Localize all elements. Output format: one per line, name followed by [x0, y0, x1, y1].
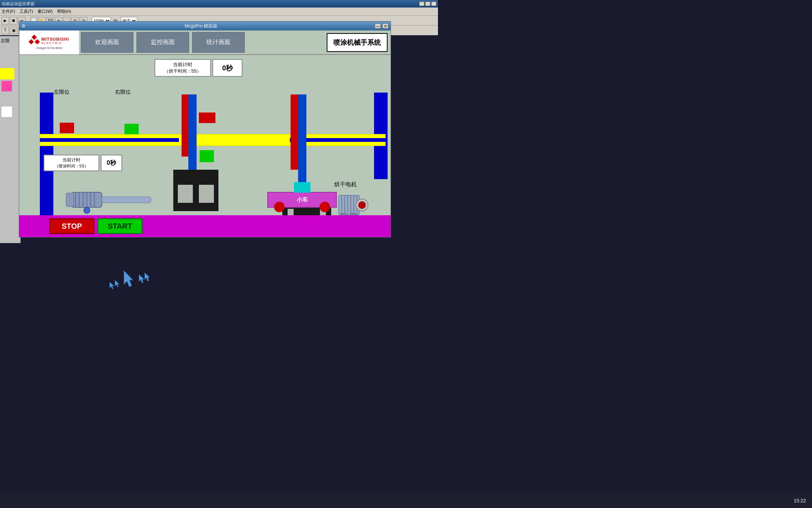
sidebar-pink [2, 81, 12, 91]
main-application-window: 动画运动监控界面 — □ ✕ 文件(F) 工具(T) 窗口(W) 帮助(H) ▶… [0, 0, 438, 248]
outer-window-title: 动画运动监控界面 [2, 1, 35, 7]
mcgspro-icon: ⚙ [21, 23, 26, 29]
cursor-arrows-svg [109, 260, 154, 290]
taskbar: 15:22 [0, 493, 812, 508]
start-button[interactable]: START [97, 218, 142, 234]
nav-btn-stats[interactable]: 统计画面 [192, 32, 245, 53]
sidebar-white [2, 106, 12, 117]
svg-rect-3 [178, 203, 214, 211]
bottom-bar: STOP START [19, 215, 391, 237]
logo-top-section: MITSUBISHI ELECTRIC [29, 35, 69, 46]
mcgspro-controls: — ✕ [375, 23, 388, 29]
svg-point-17 [84, 207, 90, 213]
nav-btn-monitor[interactable]: 监控画面 [136, 32, 189, 53]
svg-rect-16 [66, 193, 74, 207]
taskbar-time: 15:22 [794, 498, 806, 503]
navigation-bar: MITSUBISHI ELECTRIC Changes for the Bett… [19, 30, 391, 55]
mcgspro-close-btn[interactable]: ✕ [382, 23, 388, 29]
left-sidebar: 左限 [0, 36, 21, 243]
timer-bottom-label-box: 当前计时 （喷涂时间：5S） [44, 155, 99, 171]
menu-file[interactable]: 文件(F) [2, 9, 15, 14]
sidebar-zuo-label: 左限 [0, 36, 20, 46]
timer-top-line1: 当前计时 [160, 61, 206, 68]
cart-wheel-right [320, 202, 330, 212]
spray-blue-bar-left [188, 94, 197, 181]
menu-tools[interactable]: 工具(T) [20, 9, 33, 14]
timer-bottom-line1: 当前计时 [48, 157, 95, 163]
spray-head-left-svg [173, 170, 218, 211]
svg-marker-33 [145, 273, 150, 281]
menu-help[interactable]: 帮助(H) [57, 9, 71, 14]
mcgspro-window: ⚙ McgsPro 模拟器 — ✕ [19, 21, 391, 237]
logo-brand-text: MITSUBISHI [41, 37, 69, 41]
toolbar2-btn-1[interactable]: T [2, 27, 9, 34]
menu-bar: 文件(F) 工具(T) 窗口(W) 帮助(H) [0, 8, 438, 16]
toolbar-btn-1[interactable]: ▶ [2, 17, 9, 24]
spray-gun-svg [64, 185, 155, 215]
svg-marker-31 [124, 271, 133, 287]
spray-green-indicator [200, 150, 214, 162]
maximize-outer-btn[interactable]: □ [425, 2, 430, 6]
svg-point-28 [361, 204, 363, 206]
minimize-outer-btn[interactable]: — [419, 2, 424, 6]
timer-top-value: 0秒 [212, 59, 242, 77]
mcgspro-title-bar: ⚙ McgsPro 模拟器 — ✕ [19, 21, 391, 30]
hmi-content-area: MITSUBISHI ELECTRIC Changes for the Bett… [19, 30, 391, 237]
spray-head-left [173, 170, 218, 211]
logo-tagline: Changes for the Better [36, 47, 62, 49]
timer-top-label-box: 当前计时 （烘干时间：5S） [155, 59, 211, 77]
close-outer-btn[interactable]: ✕ [431, 2, 436, 6]
timer-top-container: 当前计时 （烘干时间：5S） 0秒 [155, 59, 242, 77]
diamond-top [32, 35, 37, 40]
mcgspro-title: McgsPro 模拟器 [185, 23, 217, 29]
menu-window[interactable]: 窗口(W) [38, 9, 53, 14]
diamond-bl [29, 39, 34, 44]
svg-marker-35 [115, 280, 119, 287]
timer-top-line2: （烘干时间：5S） [160, 68, 206, 75]
left-red-indicator [60, 123, 74, 133]
svg-marker-34 [110, 282, 114, 289]
cart-bottom-bar [274, 215, 345, 237]
right-limit-label: 右限位 [115, 89, 131, 96]
timer-bottom-value: 0秒 [101, 155, 122, 171]
outer-title-bar: 动画运动监控界面 — □ ✕ [0, 0, 438, 8]
stop-button[interactable]: STOP [49, 218, 94, 234]
cart-cyan-box [294, 182, 311, 193]
cart-label: 小车 [297, 196, 308, 204]
spray-gun [64, 185, 155, 215]
toolbar2-btn-2[interactable]: ▣ [10, 27, 17, 34]
spray-red-small [199, 113, 215, 123]
mcgspro-minimize-btn[interactable]: — [375, 23, 381, 29]
logo-sub-text: ELECTRIC [41, 41, 69, 45]
cart: 小车 [267, 192, 337, 216]
svg-marker-32 [139, 275, 144, 283]
timer-bottom-container: 当前计时 （喷涂时间：5S） 0秒 [44, 155, 122, 171]
svg-marker-18 [151, 199, 155, 201]
cart-body: 小车 [267, 192, 337, 208]
svg-rect-15 [102, 197, 151, 203]
logo-text-group: MITSUBISHI ELECTRIC [41, 37, 69, 45]
cart-wheel-left [274, 202, 285, 212]
horizontal-rail-blue-left [40, 138, 179, 142]
system-title: 喷涂机械手系统 [327, 33, 388, 52]
timer-bottom-line2: （喷涂时间：5S） [48, 163, 95, 169]
nav-btn-welcome[interactable]: 欢迎画面 [81, 32, 133, 53]
right-green-indicator [124, 124, 139, 134]
outer-window-controls: — □ ✕ [419, 2, 436, 6]
left-limit-label: 左限位 [54, 89, 70, 96]
sidebar-highlight [0, 68, 14, 79]
dry-motor-label: 烘干电机 [334, 181, 357, 188]
diamond-br [35, 39, 40, 44]
mitsubishi-logo: MITSUBISHI ELECTRIC Changes for the Bett… [19, 30, 79, 55]
logo-diamonds [29, 35, 40, 46]
cursor-area [109, 260, 154, 291]
toolbar-btn-2[interactable]: ⏹ [10, 17, 17, 24]
